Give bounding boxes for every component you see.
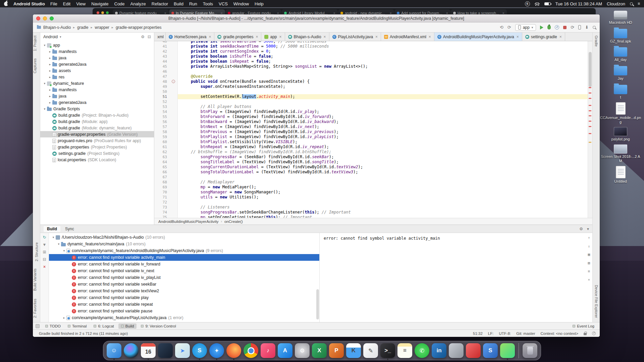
dock-icon-linkedin[interactable]: in: [432, 343, 446, 358]
console-toolbar-icon[interactable]: ↑: [588, 235, 590, 241]
project-tree-item[interactable]: ▸generatedJava: [40, 99, 154, 106]
build-tree-item[interactable]: error: cannot find symbol variable iv_pl…: [49, 274, 319, 281]
editor-tab-close-icon[interactable]: ×: [209, 35, 211, 39]
menu-vcs[interactable]: VCS: [219, 1, 228, 6]
chevron-right-icon[interactable]: ▸: [48, 50, 52, 53]
menu-help[interactable]: Help: [255, 1, 264, 6]
build-tree-scrollbar[interactable]: [316, 289, 319, 319]
dock-icon-finder[interactable]: ☺: [107, 343, 121, 358]
code-line[interactable]: 48↑ public void onCreate(Bundle savedIns…: [154, 79, 588, 84]
dock-icon-photos-dark[interactable]: [158, 343, 173, 358]
menu-app-name[interactable]: Android Studio: [13, 1, 45, 6]
menu-navigate[interactable]: Navigate: [91, 1, 108, 6]
status-item[interactable]: LF:: [488, 331, 494, 336]
fullscreen-window-icon[interactable]: [50, 16, 54, 20]
status-item[interactable]: Git: master: [516, 331, 535, 336]
project-tree-item[interactable]: ▸java: [40, 93, 154, 99]
skype-status-icon[interactable]: S: [525, 1, 530, 6]
search-everywhere-icon[interactable]: [593, 26, 596, 29]
error-stripe-mark[interactable]: [589, 110, 591, 111]
code-line[interactable]: 75 mp.setOnCompletionListener(this); // …: [154, 215, 588, 218]
project-tree-item[interactable]: ▸assets: [40, 67, 154, 74]
code-line[interactable]: 71 utils = new Utilities();: [154, 195, 588, 200]
editor-tab[interactable]: AndroidManifest.xml×: [381, 33, 434, 41]
browser-close-icon[interactable]: [97, 11, 99, 14]
desktop-item[interactable]: GZ_final.apk: [600, 28, 641, 44]
menu-edit[interactable]: Edit: [63, 1, 70, 6]
build-console[interactable]: error: cannot find symbol variable activ…: [320, 233, 592, 322]
tool-strip-label-2-structure[interactable]: 2: Structure: [35, 242, 39, 261]
code-line[interactable]: 73 // Listeners: [154, 205, 588, 210]
window-titlebar[interactable]: Bhajan-s-Audio [~/Nishi/Bhajan-s-Audio] …: [33, 14, 600, 22]
tool-strip-label-1-project[interactable]: 1: Project: [33, 36, 37, 51]
editor-tab[interactable]: HomeScreen.java×: [166, 33, 214, 41]
project-tree-item[interactable]: ▸manifests: [40, 86, 154, 93]
code-line[interactable]: 45 private ArrayList<HashMap<String, Str…: [154, 64, 588, 69]
status-item[interactable]: 51:32: [473, 331, 483, 336]
tool-window-button-todo[interactable]: TODO: [43, 323, 63, 329]
desktop-item[interactable]: Screen Shot 2018-...2 AM: [600, 144, 641, 163]
menu-build[interactable]: Build: [174, 1, 183, 6]
chevron-down-icon[interactable]: ▾: [42, 107, 47, 111]
sync-gradle-icon[interactable]: ⟳: [571, 25, 574, 29]
build-tree-item[interactable]: error: cannot find symbol variable repea…: [49, 301, 319, 308]
tool-strip-label-build-variants[interactable]: Build Variants: [33, 268, 37, 291]
build-toolbar-icon[interactable]: ▼: [43, 243, 47, 247]
error-stripe-mark[interactable]: [589, 121, 591, 122]
desktop-item[interactable]: Jay: [600, 65, 641, 81]
editor-tab[interactable]: PlayListActivity.java×: [329, 33, 381, 41]
desktop-item[interactable]: palylist.png: [600, 127, 641, 141]
code-line[interactable]: 44 private boolean isRepeat = false;: [154, 59, 588, 64]
code-line[interactable]: 52: [154, 99, 588, 104]
code-line[interactable]: 69 mp = new MediaPlayer();: [154, 185, 588, 190]
code-line[interactable]: 41 private int seekBackwardTime = 5000; …: [154, 44, 588, 49]
tool-window-button-9-version-control[interactable]: 9: Version Control: [138, 323, 178, 329]
chevron-right-icon[interactable]: ▸: [48, 56, 52, 60]
error-stripe-mark[interactable]: [589, 87, 591, 88]
chevron-right-icon[interactable]: ▸: [48, 69, 52, 72]
code-editor[interactable]: 40 private int seekForwardTime = 5000; /…: [154, 41, 592, 218]
open-icon[interactable]: ⟲: [500, 25, 503, 29]
editor-tab-close-icon[interactable]: ×: [256, 35, 258, 39]
project-view-mode[interactable]: Android: [43, 35, 58, 39]
menubar-user[interactable]: Cloudzon: [607, 1, 625, 6]
chevron-down-icon[interactable]: ▾: [42, 44, 47, 47]
profiler-button[interactable]: [555, 25, 559, 29]
project-tree-item[interactable]: ▸generatedJava: [40, 61, 154, 67]
dock-icon-skype[interactable]: S: [192, 343, 207, 358]
build-tree-item[interactable]: ▾dynamic_feature/src/main/java(10 errors…: [49, 241, 319, 247]
gear-icon[interactable]: ⚙: [141, 35, 145, 39]
code-line[interactable]: 53 // All player buttons: [154, 104, 588, 109]
editor-tab-close-icon[interactable]: ×: [517, 35, 519, 39]
editor-tab[interactable]: settings.gradle×: [522, 33, 565, 41]
dock-icon-trash[interactable]: [523, 343, 537, 358]
browser-zoom-icon[interactable]: [106, 11, 109, 14]
tool-strip-label-2-favorites[interactable]: 2: Favorites: [33, 299, 37, 318]
code-line[interactable]: 65 songCurrentDurationLabel = (TextView)…: [154, 165, 588, 170]
error-stripe-mark[interactable]: [589, 105, 591, 106]
editor-tab[interactable]: gradle.properties×: [214, 33, 261, 41]
menu-tools[interactable]: Tools: [203, 1, 213, 6]
code-line[interactable]: 63 songProgressBar = (SeekBar) findViewB…: [154, 155, 588, 160]
menubar-clock[interactable]: Tue 16 Oct 11:38:24 AM: [555, 1, 602, 6]
code-line[interactable]: 61 btnRepeat = (ImageView) findViewById(…: [154, 144, 588, 149]
tool-strip-label-captures[interactable]: Captures: [33, 58, 37, 73]
code-line[interactable]: 70 songManager = new SongsManager();: [154, 190, 588, 195]
breadcrumb-item[interactable]: wrapper: [95, 25, 109, 30]
editor-breadcrumb-item[interactable]: onCreate(): [224, 220, 243, 224]
apple-menu-icon[interactable]: [4, 2, 8, 6]
build-tree-item[interactable]: ▾/Users/cloudzon-Mac2/Nishi/Bhajan-s-Aud…: [49, 234, 319, 241]
chevron-right-icon[interactable]: ▸: [48, 88, 52, 92]
dock-icon-app-grey[interactable]: [449, 343, 464, 358]
collapse-all-icon[interactable]: ⊟: [148, 35, 151, 39]
battery-icon[interactable]: [544, 2, 551, 5]
build-tab-build[interactable]: Build: [44, 226, 60, 232]
project-tree-item[interactable]: ▸java: [40, 55, 154, 61]
tool-window-quick-access-icon[interactable]: [36, 324, 40, 328]
chevron-down-icon[interactable]: ▾: [62, 249, 66, 252]
code-line[interactable]: 57 btnNext = (ImageView) findViewById(R.…: [154, 124, 588, 129]
breadcrumb-item[interactable]: gradle-wrapper.properties: [116, 25, 162, 30]
project-tree-item[interactable]: build.gradle(Module: dynamic_feature): [40, 125, 154, 131]
build-toolbar-icon[interactable]: ×: [43, 265, 46, 269]
build-tree-item[interactable]: error: cannot find symbol variable iv_fo…: [49, 261, 319, 267]
